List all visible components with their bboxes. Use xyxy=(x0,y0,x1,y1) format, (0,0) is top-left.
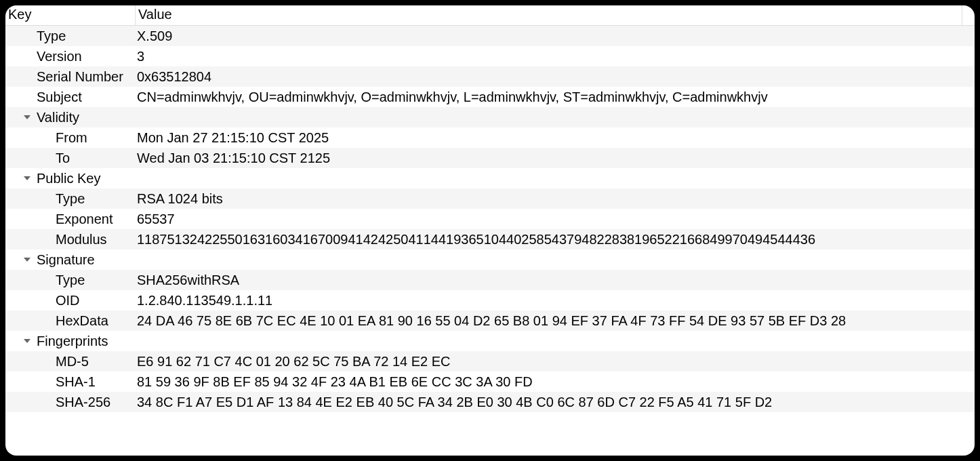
key-cell: Serial Number xyxy=(5,69,136,85)
table-row[interactable]: Serial Number0x63512804 xyxy=(5,66,975,87)
value-cell: 81 59 36 9F 8B EF 85 94 32 4F 23 4A B1 E… xyxy=(136,374,975,390)
key-label: Type xyxy=(56,273,85,288)
key-cell: Type xyxy=(5,191,136,207)
key-label: MD-5 xyxy=(56,354,89,369)
key-label: From xyxy=(56,130,87,146)
table-row[interactable]: TypeRSA 1024 bits xyxy=(5,188,975,209)
key-label: OID xyxy=(56,293,80,308)
table-row[interactable]: FromMon Jan 27 21:15:10 CST 2025 xyxy=(5,127,975,148)
table-row[interactable]: SubjectCN=adminwkhvjv, OU=adminwkhvjv, O… xyxy=(5,87,975,107)
key-cell: Exponent xyxy=(5,212,136,227)
table-row[interactable]: Public Key xyxy=(5,168,975,188)
key-cell: From xyxy=(5,130,136,146)
key-cell: HexData xyxy=(5,313,136,329)
key-label: Exponent xyxy=(56,212,113,227)
value-cell: 24 DA 46 75 8E 6B 7C EC 4E 10 01 EA 81 9… xyxy=(136,313,975,329)
value-cell: SHA256withRSA xyxy=(136,273,975,288)
value-cell: RSA 1024 bits xyxy=(136,191,975,207)
value-cell: Wed Jan 03 21:15:10 CST 2125 xyxy=(136,151,975,166)
table-row[interactable]: TypeX.509 xyxy=(5,26,975,46)
table-row[interactable]: Version3 xyxy=(5,46,975,66)
table-row[interactable]: TypeSHA256withRSA xyxy=(5,270,975,290)
value-cell: 0x63512804 xyxy=(136,69,975,85)
key-label: HexData xyxy=(56,313,108,329)
key-cell: SHA-256 xyxy=(5,395,136,410)
table-row[interactable]: SHA-25634 8C F1 A7 E5 D1 AF 13 84 4E E2 … xyxy=(5,392,975,412)
certificate-viewer-window: Key Value TypeX.509Version3Serial Number… xyxy=(5,5,975,456)
table-row[interactable]: OID1.2.840.113549.1.1.11 xyxy=(5,290,975,310)
key-label: Version xyxy=(37,49,82,64)
key-label: To xyxy=(56,151,70,166)
column-header-key[interactable]: Key xyxy=(5,5,136,25)
key-cell: MD-5 xyxy=(5,354,136,369)
key-label: SHA-1 xyxy=(56,374,96,390)
key-cell: Version xyxy=(5,49,136,64)
table-row[interactable]: HexData24 DA 46 75 8E 6B 7C EC 4E 10 01 … xyxy=(5,310,975,331)
key-cell: To xyxy=(5,151,136,166)
value-cell: E6 91 62 71 C7 4C 01 20 62 5C 75 BA 72 1… xyxy=(136,354,975,369)
table-row[interactable]: Validity xyxy=(5,107,975,127)
key-cell: Public Key xyxy=(5,171,136,186)
value-cell: 34 8C F1 A7 E5 D1 AF 13 84 4E E2 EB 40 5… xyxy=(136,395,975,410)
value-cell: Mon Jan 27 21:15:10 CST 2025 xyxy=(136,130,975,146)
chevron-down-icon[interactable] xyxy=(22,173,33,184)
table-row[interactable]: Fingerprints xyxy=(5,331,975,351)
key-label: Public Key xyxy=(37,171,101,186)
key-cell: Type xyxy=(5,273,136,288)
table-row[interactable]: Exponent65537 xyxy=(5,209,975,229)
key-cell: Signature xyxy=(5,252,136,268)
key-cell: Fingerprints xyxy=(5,334,136,349)
key-label: Type xyxy=(56,191,85,207)
key-label: Signature xyxy=(37,252,95,268)
key-cell: SHA-1 xyxy=(5,374,136,390)
table-header: Key Value xyxy=(5,5,975,26)
value-cell: 65537 xyxy=(136,212,975,227)
key-label: Modulus xyxy=(56,232,107,247)
table-row[interactable]: MD-5E6 91 62 71 C7 4C 01 20 62 5C 75 BA … xyxy=(5,351,975,372)
column-header-value[interactable]: Value xyxy=(136,5,962,25)
table-row[interactable]: Signature xyxy=(5,249,975,270)
key-label: Subject xyxy=(37,89,82,105)
value-cell: 1.2.840.113549.1.1.11 xyxy=(136,293,975,308)
chevron-down-icon[interactable] xyxy=(22,336,33,346)
value-cell: 1187513242255016316034167009414242504114… xyxy=(136,232,975,247)
key-cell: Type xyxy=(5,28,136,44)
table-row[interactable]: ToWed Jan 03 21:15:10 CST 2125 xyxy=(5,148,975,168)
key-cell: Validity xyxy=(5,110,136,125)
value-cell: CN=adminwkhvjv, OU=adminwkhvjv, O=adminw… xyxy=(136,89,975,105)
table-body: TypeX.509Version3Serial Number0x63512804… xyxy=(5,26,975,433)
table-row[interactable]: SHA-181 59 36 9F 8B EF 85 94 32 4F 23 4A… xyxy=(5,372,975,392)
key-label: SHA-256 xyxy=(56,395,110,410)
value-cell: 3 xyxy=(136,49,975,64)
chevron-down-icon[interactable] xyxy=(22,254,33,265)
chevron-down-icon[interactable] xyxy=(22,112,33,123)
key-cell: Modulus xyxy=(5,232,136,247)
key-cell: OID xyxy=(5,293,136,308)
key-label: Validity xyxy=(37,110,79,125)
key-label: Type xyxy=(37,28,66,44)
table-row[interactable] xyxy=(5,412,975,433)
table-row[interactable]: Modulus118751324225501631603416700941424… xyxy=(5,229,975,249)
key-label: Fingerprints xyxy=(37,334,108,349)
key-label: Serial Number xyxy=(37,69,123,85)
value-cell: X.509 xyxy=(136,28,975,44)
key-cell: Subject xyxy=(5,89,136,105)
